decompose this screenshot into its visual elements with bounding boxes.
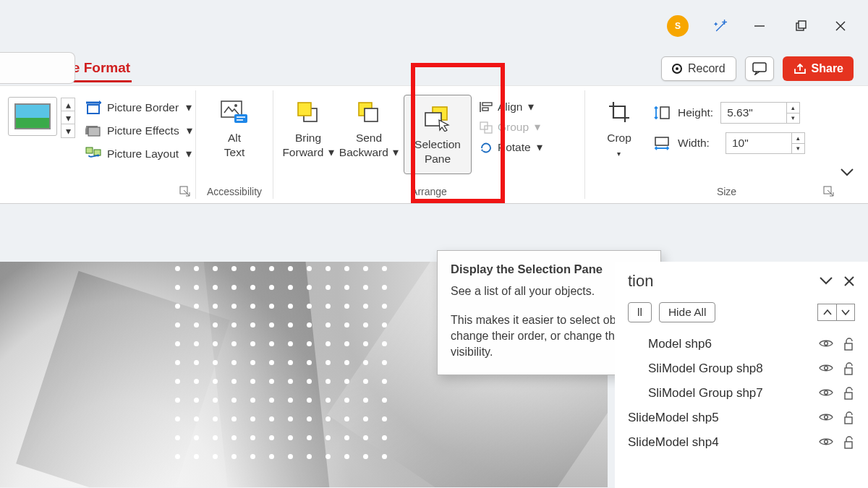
share-icon: [793, 62, 806, 75]
hide-all-button[interactable]: Hide All: [659, 302, 716, 322]
align-label: Align: [498, 100, 522, 114]
list-item[interactable]: SliModel Group shp7: [628, 386, 855, 401]
svg-point-39: [825, 416, 828, 419]
accessibility-group-label: Accessibility: [196, 186, 273, 203]
lock-icon[interactable]: [843, 362, 855, 375]
width-label: Width:: [678, 137, 718, 150]
record-icon: [672, 64, 682, 74]
selection-pane-button[interactable]: SelectionPane: [404, 95, 472, 174]
width-value: 10": [732, 137, 749, 150]
move-up-button[interactable]: [817, 304, 836, 321]
record-label: Record: [688, 62, 726, 75]
pane-collapse-icon[interactable]: [819, 275, 833, 286]
visibility-icon[interactable]: [819, 387, 833, 398]
minimize-button[interactable]: [754, 20, 770, 32]
show-all-label: ll: [637, 306, 642, 318]
svg-point-35: [825, 367, 828, 370]
share-button[interactable]: Share: [783, 56, 854, 81]
bring-l2: Forward: [282, 146, 323, 158]
comments-button[interactable]: [745, 56, 774, 81]
visibility-icon[interactable]: [819, 338, 833, 349]
picture-border-label: Picture Border: [107, 101, 179, 114]
send-l2: Backward: [339, 146, 388, 158]
selection-pane-title: tion: [628, 272, 653, 291]
picture-effects-icon: [85, 124, 101, 138]
record-button[interactable]: Record: [661, 56, 736, 81]
list-item[interactable]: SlideModel shp4: [628, 435, 855, 450]
list-item[interactable]: Model shp6: [628, 337, 855, 351]
object-name: SliModel Group shp8: [628, 361, 819, 376]
object-name: Model shp6: [628, 337, 819, 351]
lock-icon[interactable]: [843, 411, 855, 424]
svg-point-37: [825, 391, 828, 395]
coming-soon-icon[interactable]: [713, 18, 729, 34]
rotate-button[interactable]: Rotate▾: [479, 141, 542, 154]
svg-rect-9: [86, 147, 93, 153]
lock-icon[interactable]: [843, 338, 855, 351]
selection-l2: Pane: [425, 153, 451, 165]
svg-rect-10: [94, 150, 101, 155]
picture-layout-button[interactable]: Picture Layout▾: [85, 147, 192, 161]
picture-layout-label: Picture Layout: [107, 147, 179, 160]
title-fragment: [0, 52, 75, 84]
picture-styles-launcher[interactable]: [179, 186, 191, 197]
crop-icon: [607, 100, 631, 124]
svg-rect-8: [88, 127, 100, 136]
height-icon: [653, 105, 671, 121]
visibility-icon[interactable]: [819, 411, 833, 423]
svg-point-13: [234, 104, 237, 107]
hide-all-label: Hide All: [668, 306, 707, 318]
user-avatar[interactable]: S: [667, 15, 689, 37]
size-launcher[interactable]: [823, 186, 835, 197]
svg-rect-40: [845, 417, 852, 424]
alt-text-l2: Text: [224, 146, 244, 158]
svg-rect-29: [655, 137, 668, 145]
lock-icon[interactable]: [843, 436, 855, 449]
width-icon: [653, 135, 671, 151]
send-backward-icon: [357, 100, 381, 124]
svg-rect-2: [799, 21, 806, 28]
svg-rect-24: [482, 103, 492, 106]
avatar-initial: S: [675, 21, 681, 31]
titlebar: S: [0, 0, 868, 52]
visibility-icon[interactable]: [819, 436, 833, 448]
picture-style-thumb[interactable]: [9, 98, 56, 135]
maximize-button[interactable]: [794, 20, 810, 33]
width-spinner[interactable]: ▴▾: [792, 132, 805, 154]
style-gallery-nav[interactable]: ▴▾▾: [61, 98, 75, 138]
visibility-icon[interactable]: [819, 362, 833, 374]
height-spinner[interactable]: ▴▾: [787, 102, 800, 124]
height-label: Height:: [678, 106, 713, 119]
alt-text-button[interactable]: AltText: [205, 93, 264, 160]
ribbon: ▴▾▾ Picture Border▾ Picture Effects▾ Pic…: [0, 85, 868, 204]
group-icon: [479, 121, 493, 134]
crop-button[interactable]: Crop▾: [594, 93, 644, 161]
rotate-label: Rotate: [498, 141, 531, 154]
group-obj-label: Group: [498, 121, 529, 134]
bring-forward-button[interactable]: BringForward ▾: [278, 93, 339, 160]
svg-rect-42: [845, 442, 852, 448]
svg-rect-36: [845, 368, 852, 374]
picture-effects-button[interactable]: Picture Effects▾: [85, 124, 192, 138]
height-value: 5.63": [727, 106, 753, 119]
object-name: SlideModel shp4: [628, 435, 819, 450]
picture-border-button[interactable]: Picture Border▾: [85, 100, 192, 115]
send-backward-button[interactable]: SendBackward ▾: [339, 93, 399, 160]
height-input[interactable]: 5.63": [720, 102, 787, 124]
align-button[interactable]: Align▾: [479, 100, 542, 114]
svg-rect-28: [660, 107, 669, 119]
svg-point-41: [825, 440, 828, 444]
move-down-button[interactable]: [836, 304, 855, 321]
list-item[interactable]: SlideModel shp5: [628, 411, 855, 425]
show-all-button[interactable]: ll: [628, 302, 652, 322]
list-item[interactable]: SliModel Group shp8: [628, 361, 855, 376]
collapse-ribbon-icon[interactable]: [839, 167, 855, 177]
pane-close-icon[interactable]: [843, 275, 855, 287]
width-input[interactable]: 10": [726, 132, 792, 154]
object-name: SliModel Group shp7: [628, 386, 819, 401]
bring-forward-icon: [296, 100, 320, 124]
svg-rect-5: [753, 63, 766, 72]
close-button[interactable]: [835, 20, 851, 32]
lock-icon[interactable]: [843, 387, 855, 400]
send-l1: Send: [356, 132, 382, 144]
